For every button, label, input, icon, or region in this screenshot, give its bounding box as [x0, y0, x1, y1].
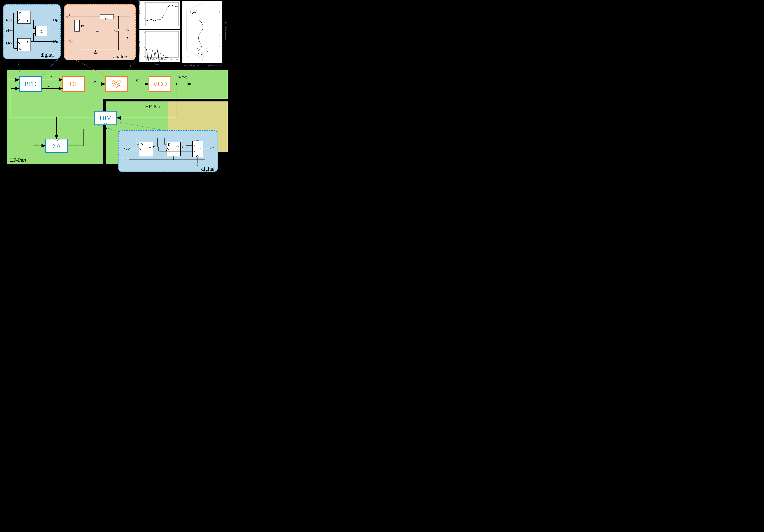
- vco-label: VCO: [153, 80, 167, 88]
- pll-diagram: PFD CP VCO DIV ΣΔ D Q D Q &: [0, 0, 252, 175]
- plot-phase-svg: 2π π 0 -π 0 100 200 300 400 500: [139, 30, 180, 63]
- divd-div-label: Div: [210, 146, 214, 149]
- filter-c1-label: C1: [69, 39, 73, 42]
- svg-text:0: 0: [219, 46, 220, 48]
- filter-c3-label: C3: [114, 29, 118, 32]
- sig-vco: VCO: [178, 75, 187, 80]
- svg-text:1: 1: [144, 17, 145, 19]
- plot3d-zlabel: capacitor voltage (V): [225, 22, 227, 40]
- svg-text:π: π: [208, 54, 209, 56]
- sig-div: Div: [1, 86, 7, 90]
- svg-text:0: 0: [203, 56, 204, 58]
- svg-text:1: 1: [219, 34, 220, 36]
- svg-text:400: 400: [170, 59, 172, 60]
- filter-vc-label: Vc: [126, 29, 129, 32]
- plot3d-xlabel: control voltage (V): [183, 64, 199, 67]
- hf-label: HF-Part: [145, 103, 162, 109]
- filter-block: [105, 76, 128, 92]
- sig-ref: Ref: [1, 75, 7, 80]
- plot3d-ylabel: phase error (rad): [208, 64, 222, 67]
- plot-phase: 2π π 0 -π 0 100 200 300 400 500: [139, 30, 180, 63]
- svg-text:3: 3: [144, 2, 145, 4]
- pfd-digital-label: digital: [41, 52, 54, 58]
- plot-phase-ylabel: phase error (rad): [138, 40, 140, 54]
- svg-text:2: 2: [144, 10, 145, 12]
- filter-icon: [111, 80, 122, 88]
- svg-text:2π: 2π: [143, 31, 145, 33]
- pfd-callout: [3, 4, 61, 59]
- pfd-one-label: ‚1': [6, 28, 10, 33]
- pfd-dn-label: Dn: [53, 39, 58, 44]
- divider-v: [103, 99, 106, 164]
- plot-vctrl-svg: 3 2 1 0: [139, 1, 180, 29]
- pfd-ref-label: Ref: [6, 18, 12, 23]
- pfd-label: PFD: [24, 80, 37, 88]
- svg-text:1: 1: [193, 59, 194, 60]
- svg-text:0: 0: [188, 56, 189, 58]
- plot-vctrl: 3 2 1 0: [139, 1, 180, 29]
- svg-text:3: 3: [219, 11, 220, 13]
- sig-kappa: κ: [35, 143, 37, 147]
- clock-triangle-down-icon: [54, 139, 59, 141]
- plot-3d-svg: 3 2 1 0 0 1 π 2π 0 -π: [182, 1, 222, 63]
- pfd-block: PFD: [19, 76, 42, 92]
- svg-rect-122: [145, 31, 178, 58]
- sig-ip: Ip: [93, 79, 96, 84]
- plot-xlabel: time (µs): [154, 63, 162, 65]
- svg-text:2π: 2π: [215, 52, 217, 53]
- svg-text:200: 200: [158, 59, 160, 60]
- divd-vco-label: VCO: [124, 147, 130, 150]
- svg-text:0: 0: [146, 59, 147, 60]
- divd-digital-label: digital: [201, 166, 215, 172]
- filter-r3-label: R3: [105, 18, 108, 21]
- divider-h: [103, 99, 228, 101]
- filter-ip-label: Ip: [68, 13, 70, 16]
- sig-up: Up: [47, 75, 53, 79]
- svg-text:-π: -π: [201, 59, 203, 61]
- div-callout: [118, 130, 218, 172]
- hf-region-top: [168, 70, 228, 99]
- filter-r1-label: R1: [81, 25, 85, 28]
- plot-vctrl-ylabel: control voltage (V): [138, 0, 140, 14]
- pfd-up-label: Up: [53, 18, 58, 23]
- svg-text:-π: -π: [143, 56, 145, 58]
- filter-callout: [64, 4, 136, 60]
- svg-text:300: 300: [164, 59, 166, 60]
- div-label: DIV: [99, 114, 111, 122]
- divd-gamma-label: γ: [196, 163, 198, 167]
- div-block: DIV: [94, 111, 117, 125]
- vco-block: VCO: [148, 76, 171, 92]
- divd-rst-label: Rst: [124, 158, 128, 161]
- filter-c2-label: C2: [96, 29, 99, 32]
- sigmadelta-block: ΣΔ: [45, 139, 68, 153]
- sig-dn: Dn: [47, 86, 53, 90]
- sig-gamma: γ: [76, 142, 78, 147]
- svg-text:0: 0: [144, 25, 145, 27]
- svg-text:500: 500: [176, 59, 178, 60]
- svg-text:2: 2: [219, 23, 220, 24]
- clock-triangle-icon: [103, 123, 108, 125]
- filter-analog-label: analog: [113, 53, 127, 59]
- pfd-div-label: Div: [6, 41, 12, 46]
- plot-3d: 3 2 1 0 0 1 π 2π 0 -π: [182, 1, 222, 63]
- sigmadelta-label: ΣΔ: [53, 142, 61, 150]
- svg-text:0: 0: [144, 47, 145, 49]
- cp-block: CP: [63, 76, 85, 92]
- cp-label: CP: [70, 80, 78, 88]
- svg-text:100: 100: [152, 59, 155, 60]
- sig-vc: Vc: [136, 79, 140, 83]
- lf-label: LF-Part: [10, 157, 26, 163]
- svg-text:π: π: [144, 39, 145, 41]
